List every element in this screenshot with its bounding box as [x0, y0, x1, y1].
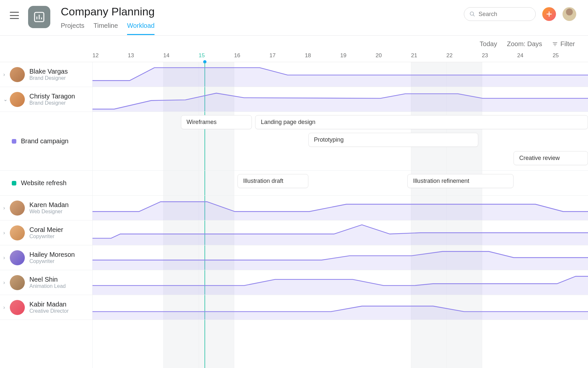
person-name: Christy Taragon [29, 93, 75, 100]
person-avatar[interactable] [10, 92, 25, 107]
user-avatar[interactable] [563, 7, 576, 21]
tab-workload[interactable]: Workload [127, 22, 155, 35]
menu-icon[interactable] [10, 12, 19, 19]
person-row: › Coral Meier Copywriter [0, 220, 588, 245]
person-avatar[interactable] [10, 250, 25, 265]
project-row: Brand campaign WireframesLanding page de… [0, 112, 588, 171]
workload-lane[interactable] [92, 245, 588, 270]
person-role: Copywriter [29, 258, 75, 264]
date-header: 1213141516171819202122232425 [0, 52, 588, 62]
date-cell: 17 [270, 52, 305, 62]
person-row: ⌄ Christy Taragon Brand Designer [0, 87, 588, 112]
date-cell: 19 [340, 52, 375, 62]
task-bar[interactable]: Illustration draft [237, 174, 308, 188]
person-name: Neel Shin [29, 276, 66, 283]
workload-lane[interactable] [92, 87, 588, 112]
workload-lane[interactable] [92, 220, 588, 245]
workload-lane[interactable] [92, 295, 588, 320]
workload-lane[interactable] [92, 196, 588, 220]
plus-icon [546, 11, 552, 17]
project-color-dot [12, 139, 16, 144]
task-bar[interactable]: Wireframes [181, 115, 252, 129]
person-role: Brand Designer [29, 100, 75, 106]
date-cell: 16 [234, 52, 269, 62]
chevron-right-icon[interactable]: › [3, 280, 10, 286]
tab-projects[interactable]: Projects [61, 22, 84, 35]
view-toolbar: Today Zoom: Days Filter [0, 36, 588, 52]
svg-line-5 [473, 15, 475, 16]
person-avatar[interactable] [10, 225, 25, 240]
chevron-right-icon[interactable]: › [3, 205, 10, 211]
person-name: Karen Madan [29, 201, 69, 209]
task-bar[interactable]: Landing page design [255, 115, 588, 129]
project-row: Website refresh Illustration draftIllust… [0, 171, 588, 196]
zoom-button[interactable]: Zoom: Days [507, 40, 542, 48]
date-cell: 18 [305, 52, 340, 62]
person-name: Blake Vargas [29, 68, 68, 75]
person-avatar[interactable] [10, 201, 25, 216]
person-avatar[interactable] [10, 300, 25, 315]
person-avatar[interactable] [10, 275, 25, 290]
person-avatar[interactable] [10, 67, 25, 82]
date-cell: 13 [128, 52, 163, 62]
chart-icon [34, 11, 45, 23]
person-row: › Neel Shin Animation Lead [0, 270, 588, 295]
person-role: Creative Director [29, 308, 69, 314]
person-role: Brand Designer [29, 75, 68, 81]
tab-bar: ProjectsTimelineWorkload [61, 22, 464, 35]
page-title: Company Planning [61, 5, 464, 18]
workload-lane[interactable] [92, 62, 588, 87]
date-cell: 21 [411, 52, 446, 62]
add-button[interactable] [542, 7, 556, 21]
app-badge[interactable] [28, 6, 50, 28]
task-bar[interactable]: Prototyping [308, 133, 478, 147]
person-name: Kabir Madan [29, 301, 69, 308]
timeline: 1213141516171819202122232425 › Blake Var… [0, 52, 588, 320]
today-button[interactable]: Today [480, 40, 497, 48]
person-row: › Kabir Madan Creative Director [0, 295, 588, 320]
date-cell: 25 [553, 52, 588, 62]
project-color-dot [12, 181, 16, 185]
search-input[interactable] [479, 11, 524, 18]
task-bar[interactable]: Creative review [514, 151, 588, 165]
filter-icon [552, 41, 558, 47]
person-name: Hailey Moreson [29, 251, 75, 258]
search-icon [469, 11, 475, 17]
person-role: Web Designer [29, 209, 69, 215]
date-cell: 12 [92, 52, 128, 62]
top-bar: Company Planning ProjectsTimelineWorkloa… [0, 0, 588, 36]
filter-label: Filter [561, 40, 575, 48]
chevron-right-icon[interactable]: › [3, 72, 10, 78]
person-row: › Karen Madan Web Designer [0, 196, 588, 220]
person-role: Copywriter [29, 234, 63, 239]
project-name: Website refresh [21, 179, 67, 187]
svg-point-4 [470, 12, 474, 15]
date-cell: 14 [163, 52, 199, 62]
project-lane[interactable]: Illustration draftIllustration refinemen… [92, 171, 588, 195]
date-cell: 24 [517, 52, 552, 62]
project-lane[interactable]: WireframesLanding page designPrototyping… [92, 112, 588, 170]
filter-button[interactable]: Filter [552, 40, 575, 48]
chevron-right-icon[interactable]: › [3, 230, 10, 236]
date-cell: 22 [447, 52, 482, 62]
person-row: › Blake Vargas Brand Designer [0, 62, 588, 87]
task-bar[interactable]: Illustration refinement [407, 174, 514, 188]
search-box[interactable] [464, 7, 536, 21]
date-cell: 20 [376, 52, 411, 62]
person-row: › Hailey Moreson Copywriter [0, 245, 588, 270]
date-cell: 23 [482, 52, 517, 62]
chevron-right-icon[interactable]: › [3, 305, 10, 310]
person-name: Coral Meier [29, 226, 63, 234]
project-name: Brand campaign [21, 137, 69, 145]
person-role: Animation Lead [29, 283, 66, 289]
chevron-right-icon[interactable]: › [3, 255, 10, 261]
workload-lane[interactable] [92, 270, 588, 295]
chevron-down-icon[interactable]: ⌄ [3, 96, 10, 102]
tab-timeline[interactable]: Timeline [93, 22, 118, 35]
